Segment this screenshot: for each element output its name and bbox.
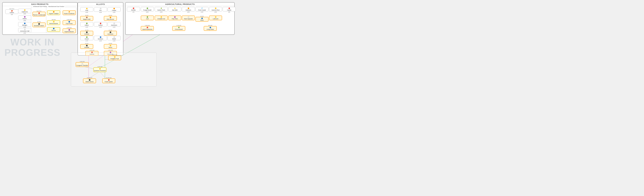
indium-qty: x125: [86, 27, 88, 28]
node-aluminium[interactable]: ⬜ Aluminium x125: [108, 22, 121, 28]
emerit-qty: x175: [86, 40, 88, 42]
node-lemmium[interactable]: 24,000 ⬛ Lemmium: [104, 30, 117, 36]
node-mordite[interactable]: 🔴 Mordite x25: [127, 7, 140, 13]
node-hot-ice[interactable]: 🔵 Hot Ice: [47, 27, 60, 32]
coprite-icon: 🔴: [228, 8, 230, 9]
node-superconductor[interactable]: 2,000,000 🟣 Superconductor: [62, 27, 76, 33]
node-fusion-ignitor[interactable]: 32,000,000 🔴 Fusion Ignitor: [102, 77, 116, 83]
agricultural-section: AGRICULTURAL PRODUCTS 🔴 Mordite x25 🟢 Fu…: [125, 2, 234, 35]
node-aronium[interactable]: 20,000 ⬛ Aronium: [80, 30, 93, 36]
node-magno-gold[interactable]: 20,000 🟤 Magno-Gold: [80, 15, 93, 21]
node-herza[interactable]: 20,000 🟡 Herza: [104, 43, 117, 49]
ammonium-qty: x260: [23, 32, 26, 34]
cryo-chamber-icon: ⬜: [82, 63, 83, 64]
glass-label: Glass: [200, 19, 204, 21]
node-freighter-fuel[interactable]: 3,000,000 🟡 Freighter Fuel: [108, 54, 121, 60]
herza-label: Herza: [108, 47, 112, 48]
acid-label: Acid: [146, 18, 149, 20]
star-bulb-icon: ⭐: [174, 8, 176, 9]
node-glass[interactable]: 48,000 🔵 Glass: [195, 16, 208, 22]
node-cryo-pump[interactable]: 2,000,000 🔵 Cryo-Pump: [62, 19, 76, 25]
node-ammonium-salt[interactable]: ⬜ Ammonium Salt x260: [18, 28, 31, 34]
node-frost-crystal[interactable]: 💎 Frost Crystal x100: [195, 7, 208, 13]
node-radon[interactable]: 🟣 Radon x260: [18, 16, 31, 21]
lubricant-icon: 🟡: [215, 16, 216, 18]
organic-label: Organic Catalyst: [49, 13, 59, 14]
star-bulb-label: Star Bulb: [172, 9, 178, 11]
node-sulphurne[interactable]: 🟡 Sulphurne x260: [18, 9, 31, 15]
cactus-qty: x200: [160, 11, 162, 13]
circuit-board-icon: 💚: [178, 27, 180, 28]
aluminium-label: Aluminium: [111, 24, 117, 26]
node-cactus-flesh[interactable]: 🌵 Cactus Flesh x200: [154, 7, 168, 13]
node-dirty-bronze[interactable]: 34,000 🟠 Dirty Bronze: [104, 15, 117, 21]
node-lubricant[interactable]: 🟡 Lubricant: [209, 16, 222, 20]
hendium-icon: 🔵: [100, 36, 101, 38]
aronium-label: Aronium: [84, 33, 89, 35]
node-hendium[interactable]: 🔵 Hendium x125: [94, 36, 107, 42]
node-gamma-root[interactable]: 🟡 Gamma Root x400: [209, 7, 222, 13]
node-nickel[interactable]: ⬜ Nickel x125: [108, 36, 121, 42]
enriched-price: 80,000: [38, 21, 41, 23]
alloys-section: ALLOYS 🟡 Gold x125 ⬜ Iron x125 🟠 C: [78, 2, 123, 55]
sulphurne-label: Sulphurne: [22, 11, 28, 13]
node-indium[interactable]: 🟢 Indium x125: [80, 22, 93, 28]
node-fungal-mould[interactable]: 🟢 Fungal Mould x600: [141, 7, 154, 13]
iron-icon: ⬜: [100, 8, 101, 9]
node-stasis-device[interactable]: 18,000,000 ⬛ Stasis Device: [83, 77, 96, 83]
sulphurne-icon: 🟡: [24, 9, 26, 11]
indium-label: Indium: [85, 24, 89, 26]
node-enriched-carbon[interactable]: 80,000 ⬛ Enriched Carbon: [32, 21, 46, 27]
fungal-qty: x600: [146, 11, 148, 13]
node-acid[interactable]: 🟢 Acid: [141, 16, 154, 20]
node-gold[interactable]: 🟡 Gold x125: [80, 7, 93, 13]
grantite-icon: ⬛: [86, 45, 88, 46]
node-carbon[interactable]: Gas Price 🍎 Carbon x25: [5, 8, 18, 15]
node-solanium[interactable]: 🟠 Solanium x200: [182, 7, 195, 13]
node-poly-fibre[interactable]: 🟣 Poly Fibre: [168, 16, 182, 20]
node-quantum-processor[interactable]: 4,000,000 🟡 Quantum Processor: [93, 66, 106, 72]
main-container: GAS PRODUCTS Gas Price 🍎 Carbon x25 🟡 Su…: [0, 0, 644, 196]
semi-label: Semiconductor: [49, 23, 58, 24]
content-layer: GAS PRODUCTS Gas Price 🍎 Carbon x25 🟡 Su…: [0, 0, 644, 196]
coprite-qty: x60: [228, 11, 230, 13]
freighter-fuel-icon: 🟡: [114, 56, 116, 58]
cryo-price: 2,000,000: [67, 19, 72, 20]
cryo-label: Cryo-Pump: [66, 23, 72, 24]
frost-crystal-qty: x100: [201, 11, 203, 13]
node-organic-catalyst[interactable]: 🟠 Organic Catalyst: [47, 10, 60, 15]
circuit-board-label: Circuit Board: [175, 29, 182, 30]
node-unstable-gel[interactable]: 🟡 Unstable Gel: [154, 16, 168, 20]
lemmium-icon: ⬛: [110, 32, 111, 33]
node-coprite[interactable]: 🔴 Coprite x60: [222, 7, 236, 13]
node-thermic-condensate[interactable]: Gas Price 🔴 Thermic Condensate: [32, 10, 46, 17]
living-glass-icon: 🔵: [210, 27, 211, 28]
node-living-glass[interactable]: 840,000 🔵 Living Glass: [204, 25, 217, 31]
node-star-bulb[interactable]: ⭐ Star Bulb: [168, 7, 182, 11]
node-carbon2[interactable]: 🔴 Carbon x125: [94, 22, 107, 28]
hotice-icon: 🔵: [53, 28, 54, 29]
cryo-chamber-label: Cryogenic Chamber: [76, 65, 88, 66]
node-semiconductor[interactable]: 400,000 🟡 Semiconductor: [47, 19, 60, 25]
magno-icon: 🟤: [86, 17, 88, 18]
node-heat-capacitor[interactable]: ⬜ Heat Capacitor: [182, 16, 195, 20]
semi-price: 400,000: [52, 19, 56, 20]
fusion-ignitor-icon: 🔴: [108, 79, 110, 81]
organic-icon: 🟠: [53, 11, 54, 13]
gas-products-section: GAS PRODUCTS Gas Price 🍎 Carbon x25 🟡 Su…: [2, 2, 78, 35]
node-iron[interactable]: ⬜ Iron x125: [94, 7, 107, 13]
node-cryogenic-chamber[interactable]: 4,500,000 ⬜ Cryogenic Chamber: [76, 61, 89, 67]
node-emerit[interactable]: 🟢 Emerit x175: [80, 36, 93, 42]
gas-products-title: GAS PRODUCTS: [2, 3, 77, 6]
dirty-bronze-label: Dirty Bronze: [107, 19, 114, 20]
node-grantite[interactable]: 20,000 ⬛ Grantite: [80, 43, 93, 49]
bottom-section: 3,000,000 🟡 Freighter Fuel 4,500,000 ⬜ C…: [71, 53, 156, 87]
node-circuit-board[interactable]: 1,148,000 💚 Circuit Board: [172, 25, 186, 31]
node-fusion-accelerant[interactable]: 🔶 Fusion Accelerant: [62, 10, 76, 15]
node-liquid-explosives[interactable]: 1,000,000 🔴 Liquid Explosives: [141, 25, 154, 31]
liquid-exp-label: Liquid Explosives: [142, 29, 152, 30]
unstable-gel-label: Unstable Gel: [157, 18, 165, 20]
node-nitrogen[interactable]: 🔵 Nitrogen x260: [18, 22, 31, 28]
node-copper[interactable]: 🟠 Copper x125: [108, 7, 121, 13]
aluminium-icon: ⬜: [113, 23, 115, 24]
